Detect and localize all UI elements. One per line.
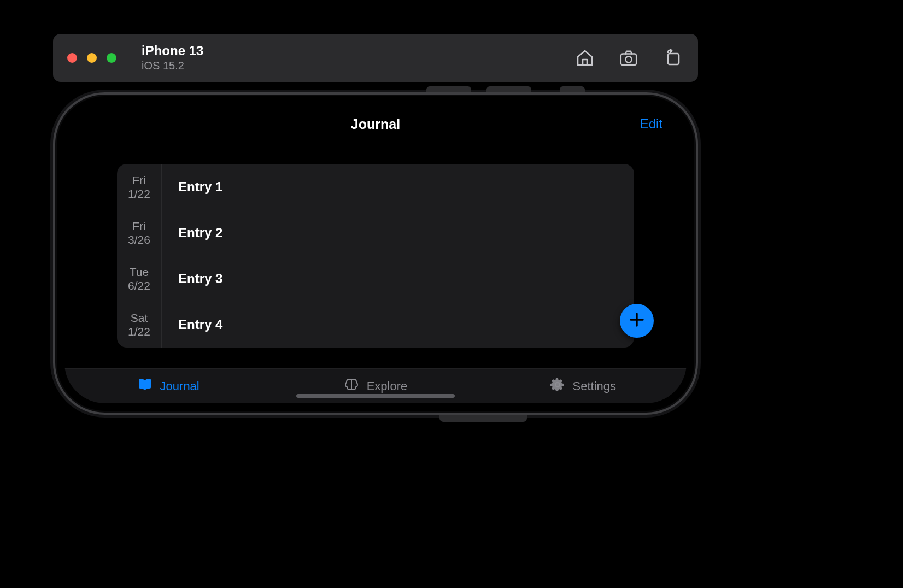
entry-date-label: 1/22 <box>128 325 150 338</box>
tab-journal[interactable]: Journal <box>64 377 272 396</box>
page-title: Journal <box>351 116 400 132</box>
simulator-device-info: iPhone 13 iOS 15.2 <box>142 44 203 72</box>
edit-button[interactable]: Edit <box>640 116 662 132</box>
entry-date-label: 6/22 <box>128 279 150 292</box>
content-area: Fri 1/22 Entry 1 Fri 3/26 Entry 2 Tue <box>64 144 687 368</box>
journal-entries-list: Fri 1/22 Entry 1 Fri 3/26 Entry 2 Tue <box>117 164 634 348</box>
rotate-icon[interactable] <box>663 49 682 67</box>
device-screen: Journal Edit Fri 1/22 Entry 1 Fri 3/26 <box>64 104 687 403</box>
plus-icon <box>629 311 645 330</box>
list-item[interactable]: Sat 1/22 Entry 4 <box>117 302 634 348</box>
power-button <box>439 415 527 422</box>
device-frame: Journal Edit Fri 1/22 Entry 1 Fri 3/26 <box>57 96 694 411</box>
entry-day-label: Sat <box>131 311 148 325</box>
entry-title: Entry 3 <box>162 256 634 302</box>
tab-explore[interactable]: Explore <box>272 377 479 396</box>
mute-switch <box>560 86 585 92</box>
screenshot-icon[interactable] <box>619 49 638 67</box>
tab-label: Settings <box>573 379 617 393</box>
os-version-label: iOS 15.2 <box>142 60 203 72</box>
volume-down-button <box>486 86 531 92</box>
entry-day-label: Fri <box>132 219 146 233</box>
entry-date: Sat 1/22 <box>117 302 162 348</box>
tab-settings[interactable]: Settings <box>479 377 687 396</box>
book-icon <box>137 377 153 396</box>
entry-day-label: Fri <box>132 173 146 187</box>
tab-label: Explore <box>367 379 408 393</box>
entry-title: Entry 2 <box>162 210 634 256</box>
home-indicator[interactable] <box>296 394 455 398</box>
list-item[interactable]: Tue 6/22 Entry 3 <box>117 256 634 302</box>
svg-point-1 <box>625 56 631 62</box>
list-item[interactable]: Fri 1/22 Entry 1 <box>117 164 634 210</box>
navigation-bar: Journal Edit <box>64 104 687 144</box>
gear-icon <box>550 377 565 396</box>
zoom-window-button[interactable] <box>107 53 116 63</box>
svg-rect-2 <box>668 54 679 64</box>
entry-date: Fri 1/22 <box>117 164 162 210</box>
close-window-button[interactable] <box>67 53 77 63</box>
add-entry-button[interactable] <box>620 304 654 338</box>
svg-rect-0 <box>621 54 636 65</box>
entry-title: Entry 4 <box>162 302 634 348</box>
brain-icon <box>344 377 359 396</box>
simulator-toolbar-actions <box>576 49 682 67</box>
minimize-window-button[interactable] <box>87 53 97 63</box>
tab-bar: Journal Explore Settings <box>64 368 687 403</box>
tab-label: Journal <box>160 379 200 393</box>
entry-date: Tue 6/22 <box>117 256 162 302</box>
home-icon[interactable] <box>576 49 594 67</box>
device-name-label: iPhone 13 <box>142 44 203 58</box>
window-controls <box>67 53 116 63</box>
simulator-title-bar: iPhone 13 iOS 15.2 <box>53 34 698 82</box>
entry-date-label: 1/22 <box>128 187 150 201</box>
entry-date-label: 3/26 <box>128 233 150 246</box>
volume-up-button <box>426 86 471 92</box>
list-item[interactable]: Fri 3/26 Entry 2 <box>117 210 634 256</box>
entry-day-label: Tue <box>130 265 149 279</box>
entry-title: Entry 1 <box>162 164 634 210</box>
entry-date: Fri 3/26 <box>117 210 162 256</box>
